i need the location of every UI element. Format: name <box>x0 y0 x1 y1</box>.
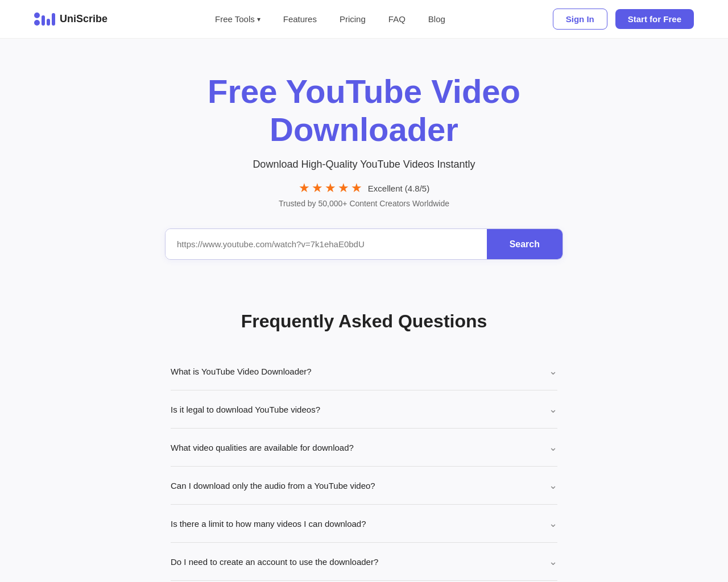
star-2: ★ <box>312 181 323 196</box>
rating-row: ★ ★ ★ ★ ★ Excellent (4.8/5) <box>299 181 429 196</box>
logo-text: UniScribe <box>60 13 107 25</box>
chevron-down-icon-4: ⌄ <box>549 517 557 530</box>
nav-link-features[interactable]: Features <box>283 14 317 24</box>
start-button[interactable]: Start for Free <box>615 9 694 29</box>
logo-bar-1 <box>42 15 45 26</box>
search-button[interactable]: Search <box>487 229 562 259</box>
faq-section: Frequently Asked Questions What is YouTu… <box>159 311 569 582</box>
faq-question-4[interactable]: Is there a limit to how many videos I ca… <box>171 517 557 530</box>
nav-link-blog[interactable]: Blog <box>428 14 445 24</box>
chevron-down-icon-0: ⌄ <box>549 365 557 377</box>
nav-link-free-tools[interactable]: Free Tools <box>215 14 260 24</box>
faq-item-2: What video qualities are available for d… <box>171 429 557 467</box>
faq-question-text-3: Can I download only the audio from a You… <box>171 481 375 490</box>
chevron-down-icon-3: ⌄ <box>549 479 557 492</box>
faq-item-4: Is there a limit to how many videos I ca… <box>171 505 557 543</box>
hero-subtitle: Download High-Quality YouTube Videos Ins… <box>253 159 475 171</box>
trusted-text: Trusted by 50,000+ Content Creators Worl… <box>279 199 449 208</box>
faq-question-text-2: What video qualities are available for d… <box>171 443 354 452</box>
nav-item-free-tools[interactable]: Free Tools <box>215 14 260 24</box>
search-input[interactable] <box>166 229 487 259</box>
nav-link-faq[interactable]: FAQ <box>388 14 406 24</box>
logo-dot-1 <box>34 13 40 18</box>
nav-actions: Sign In Start for Free <box>553 9 694 30</box>
star-5: ★ <box>351 181 362 196</box>
faq-item-5: Do I need to create an account to use th… <box>171 543 557 581</box>
faq-question-2[interactable]: What video qualities are available for d… <box>171 441 557 454</box>
logo-dot-2 <box>34 20 40 26</box>
nav-link-pricing[interactable]: Pricing <box>340 14 366 24</box>
navbar: UniScribe Free Tools Features Pricing FA… <box>0 0 728 39</box>
nav-links: Free Tools Features Pricing FAQ Blog <box>215 14 445 24</box>
star-1: ★ <box>299 181 310 196</box>
faq-item-0: What is YouTube Video Downloader? ⌄ <box>171 352 557 390</box>
hero-section: Free YouTube Video Downloader Download H… <box>0 39 728 311</box>
signin-button[interactable]: Sign In <box>553 9 607 30</box>
faq-question-5[interactable]: Do I need to create an account to use th… <box>171 555 557 568</box>
faq-question-0[interactable]: What is YouTube Video Downloader? ⌄ <box>171 365 557 377</box>
chevron-down-icon-5: ⌄ <box>549 555 557 568</box>
nav-item-features[interactable]: Features <box>283 14 317 24</box>
star-rating: ★ ★ ★ ★ ★ <box>299 181 362 196</box>
search-container: Search <box>165 228 563 260</box>
logo-link[interactable]: UniScribe <box>34 13 107 26</box>
faq-item-3: Can I download only the audio from a You… <box>171 467 557 505</box>
faq-question-text-0: What is YouTube Video Downloader? <box>171 367 312 376</box>
faq-title: Frequently Asked Questions <box>171 311 557 332</box>
nav-item-blog[interactable]: Blog <box>428 14 445 24</box>
faq-question-1[interactable]: Is it legal to download YouTube videos? … <box>171 403 557 415</box>
hero-title: Free YouTube Video Downloader <box>165 73 563 148</box>
faq-question-3[interactable]: Can I download only the audio from a You… <box>171 479 557 492</box>
faq-question-text-1: Is it legal to download YouTube videos? <box>171 405 320 414</box>
rating-text: Excellent (4.8/5) <box>368 184 429 193</box>
nav-item-pricing[interactable]: Pricing <box>340 14 366 24</box>
logo-bar-2 <box>47 19 50 26</box>
faq-question-text-4: Is there a limit to how many videos I ca… <box>171 519 366 529</box>
logo-icon <box>34 13 55 26</box>
star-3: ★ <box>325 181 336 196</box>
logo-bar-3 <box>52 13 55 26</box>
nav-item-faq[interactable]: FAQ <box>388 14 406 24</box>
chevron-down-icon-1: ⌄ <box>549 403 557 415</box>
faq-question-text-5: Do I need to create an account to use th… <box>171 557 378 567</box>
star-4: ★ <box>338 181 349 196</box>
chevron-down-icon-2: ⌄ <box>549 441 557 454</box>
faq-item-1: Is it legal to download YouTube videos? … <box>171 390 557 429</box>
